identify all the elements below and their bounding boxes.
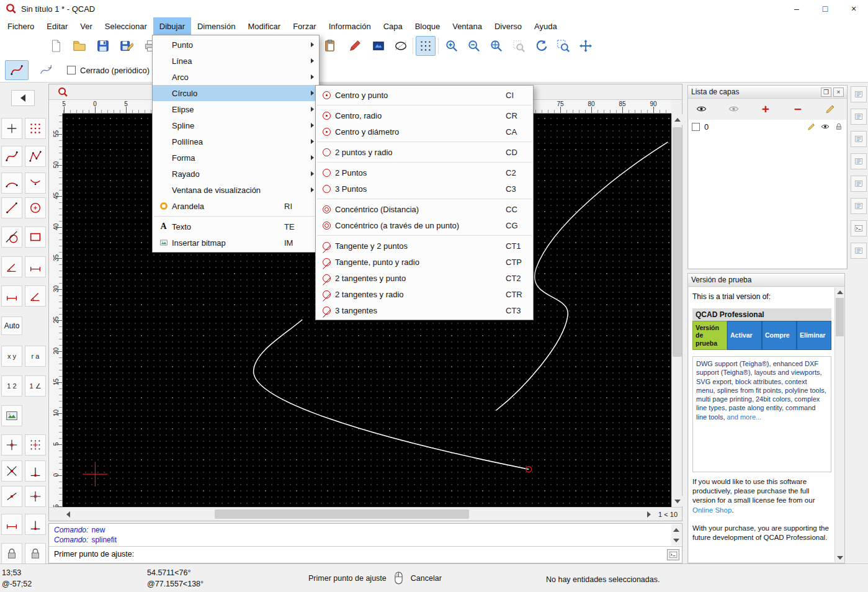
buy-button[interactable]: Compre — [762, 321, 797, 350]
menu-dimension[interactable]: Dimensión — [191, 17, 241, 35]
snap-grid-button[interactable] — [25, 434, 46, 455]
menu-seleccionar[interactable]: Seleccionar — [99, 17, 153, 35]
new-file-button[interactable] — [46, 36, 66, 56]
previous-view-button[interactable] — [531, 36, 551, 56]
zoom-in-button[interactable] — [442, 36, 462, 56]
menu-item-ventana-visualizacion[interactable]: Ventana de visualización — [153, 182, 319, 198]
zoom-selection-button[interactable] — [509, 36, 529, 56]
property-editor-toggle[interactable] — [851, 86, 867, 102]
bitmap-tool-button[interactable] — [1, 405, 22, 426]
submenu-item-2puntos[interactable]: 2 PuntosC2 — [316, 164, 533, 181]
trial-scroll-down[interactable] — [835, 553, 844, 562]
minimize-button[interactable]: – — [782, 0, 811, 17]
closed-periodic-checkbox[interactable] — [67, 66, 76, 74]
paste-button[interactable] — [320, 36, 340, 56]
draw-pen-button[interactable] — [345, 36, 365, 56]
set-relative-zero-button[interactable] — [25, 543, 46, 563]
pan-button[interactable] — [576, 36, 596, 56]
submenu-item-concentrico-punto[interactable]: Concéntrico (a través de un punto)CG — [316, 217, 533, 233]
trial-version-button[interactable]: Versión de prueba — [692, 321, 727, 350]
menu-item-circulo[interactable]: Círculo — [153, 85, 319, 101]
arc-tool-button[interactable] — [1, 173, 22, 194]
relative-coordinates-button[interactable]: 1 2 — [1, 375, 22, 397]
online-shop-link[interactable]: Online Shop — [692, 506, 732, 514]
vertical-scroll-thumb[interactable] — [673, 127, 682, 357]
close-panel-button[interactable]: × — [833, 87, 844, 97]
horizontal-scroll-track[interactable] — [73, 509, 643, 519]
save-as-button[interactable] — [117, 36, 136, 56]
submenu-item-centro-diametro[interactable]: Centro y diámetroCA — [316, 123, 533, 140]
menu-ventana[interactable]: Ventana — [446, 17, 488, 35]
layer-lock-icon[interactable] — [834, 122, 843, 131]
snap-intersection-button[interactable] — [1, 460, 22, 482]
two-point-tool-button[interactable] — [25, 256, 46, 277]
command-history[interactable]: Comando:new Comando:splinefit — [49, 524, 671, 546]
tangent-tool-button[interactable] — [1, 226, 22, 248]
submenu-item-tangente-punto-radio[interactable]: Tangente, punto y radioCTP — [316, 254, 533, 270]
cartesian-coordinates-button[interactable]: x y — [1, 346, 22, 367]
menu-item-linea[interactable]: Línea — [153, 53, 319, 69]
hide-all-layers-button[interactable] — [725, 101, 741, 117]
submenu-item-centro-punto[interactable]: Centro y puntoCI — [316, 87, 533, 103]
auto-snap-button[interactable]: Auto — [1, 316, 22, 335]
submenu-item-2tangentes-punto[interactable]: 2 tangentes y puntoCT2 — [316, 270, 533, 286]
submenu-item-3puntos[interactable]: 3 PuntosC3 — [316, 181, 533, 197]
scroll-down-button[interactable] — [672, 496, 682, 506]
polyline-tool-button[interactable] — [25, 146, 46, 167]
spline-tool-palette-button[interactable] — [1, 146, 22, 167]
menu-item-polilinea[interactable]: Polilínea — [153, 133, 319, 150]
menu-item-arandela[interactable]: ArandelaRI — [153, 198, 319, 214]
polar-coordinates-button[interactable]: r a — [25, 346, 46, 367]
back-button[interactable] — [11, 90, 35, 106]
bitmap-export-button[interactable] — [369, 36, 388, 56]
menu-dibujar[interactable]: Dibujar — [153, 17, 191, 35]
submenu-item-concentrico-distancia[interactable]: Concéntrico (Distancia)CC — [316, 201, 533, 217]
auto-zoom-button[interactable] — [486, 36, 506, 56]
menu-forzar[interactable]: Forzar — [287, 17, 323, 35]
zoom-window-button[interactable] — [553, 36, 573, 56]
history-scroll-down[interactable] — [671, 535, 681, 545]
history-scroll-up[interactable] — [671, 524, 681, 535]
show-all-layers-button[interactable] — [693, 101, 709, 117]
menu-item-insertar-bitmap[interactable]: Insertar bitmapIM — [153, 235, 319, 251]
add-layer-button[interactable]: + — [758, 101, 774, 117]
ellipse-tool-button[interactable] — [391, 36, 411, 56]
layer-panel-titlebar[interactable]: Lista de capas ❐ × — [688, 86, 847, 99]
scroll-right-button[interactable] — [643, 509, 654, 519]
trial-scroll-thumb[interactable] — [836, 298, 844, 336]
remove-button[interactable]: Eliminar — [797, 321, 831, 350]
trial-scroll-up[interactable] — [835, 287, 844, 297]
menu-modificar[interactable]: Modificar — [241, 17, 287, 35]
layer-edit-icon[interactable] — [807, 122, 816, 131]
scroll-left-button[interactable] — [63, 509, 73, 519]
snap-middle-button[interactable] — [1, 486, 22, 507]
command-line-toggle-button[interactable] — [667, 549, 679, 560]
menu-item-forma[interactable]: Forma — [153, 150, 319, 166]
restrict-horizontal-button[interactable] — [1, 514, 22, 535]
selection-filter-toggle[interactable] — [851, 176, 867, 192]
menu-ayuda[interactable]: Ayuda — [528, 17, 563, 35]
layer-visibility-icon[interactable] — [821, 122, 830, 131]
spline-tool-button[interactable] — [5, 60, 29, 80]
horizontal-scrollbar[interactable]: 1 < 10 — [49, 507, 682, 521]
menu-item-elipse[interactable]: Elipse — [153, 101, 319, 117]
trial-scrollbar[interactable] — [834, 287, 844, 562]
library-browser-toggle[interactable] — [851, 198, 867, 214]
menu-bloque[interactable]: Bloque — [409, 17, 446, 35]
trial-panel-titlebar[interactable]: Versión de prueba — [688, 274, 844, 287]
float-panel-button[interactable]: ❐ — [821, 87, 831, 97]
angle-tool-button[interactable] — [1, 256, 22, 277]
horizontal-scroll-thumb[interactable] — [215, 509, 469, 519]
edit-layer-button[interactable] — [822, 101, 838, 117]
rectangle-tool-button[interactable] — [25, 226, 46, 248]
view-list-toggle[interactable] — [851, 153, 867, 169]
snap-reference-button[interactable] — [25, 486, 46, 507]
menu-item-punto[interactable]: Punto — [153, 37, 319, 53]
save-button[interactable] — [93, 36, 113, 56]
circle-center-tool-button[interactable] — [25, 197, 46, 218]
remove-layer-button[interactable]: − — [790, 101, 806, 117]
menu-informacion[interactable]: Información — [323, 17, 377, 35]
command-input[interactable]: Primer punto de ajuste: — [49, 546, 682, 563]
point-grid-tool-button[interactable] — [25, 118, 46, 139]
point-tool-button[interactable] — [1, 118, 22, 139]
